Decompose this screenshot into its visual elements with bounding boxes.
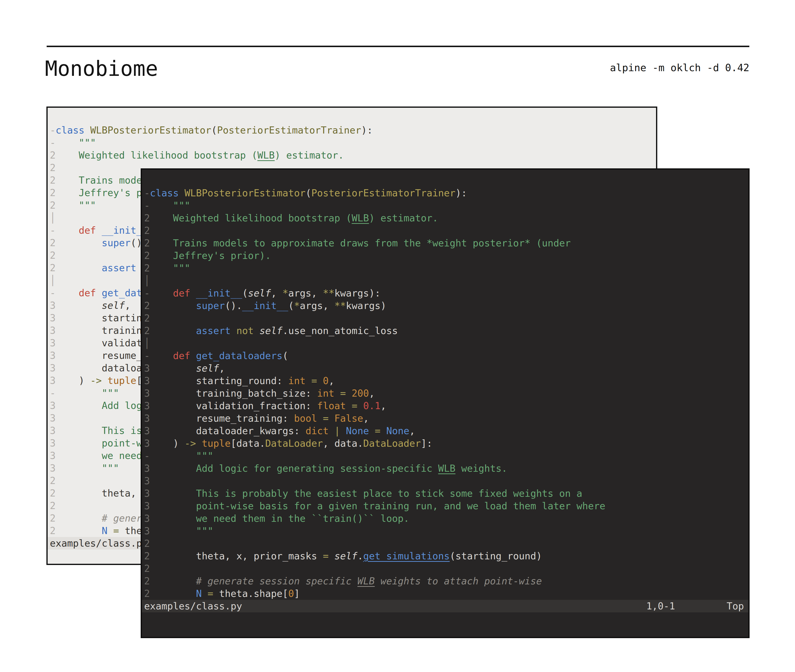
gutter-fold-marker: - [50,137,56,148]
code-line[interactable]: - """ [144,199,749,212]
code-token: weights. [455,463,507,474]
code-line[interactable]: 2 theta, x, prior_masks = self.get_simul… [144,550,749,562]
code-line[interactable]: 2 [144,537,749,550]
code-line[interactable]: -class WLBPosteriorEstimator(PosteriorEs… [50,124,656,136]
code-line[interactable]: 3 Add logic for generating session-speci… [144,462,749,475]
code-line[interactable]: 2 Weighted likelihood bootstrap (WLB) es… [50,149,656,162]
code-line[interactable]: 3 ) -> tuple[data.DataLoader, data.DataL… [144,437,749,450]
code-line[interactable]: 2 Weighted likelihood bootstrap (WLB) es… [144,212,749,224]
code-token [253,325,259,336]
code-line[interactable]: 3 we need them in the ``train()`` loop. [144,512,749,525]
gutter-fold-marker: 2 [50,513,56,524]
code-token: ( [242,288,248,299]
code-token: WLBPosteriorEstimator [90,125,211,136]
gutter-fold-marker: 2 [144,225,150,236]
code-token: = [375,426,380,437]
gutter-fold-marker: 3 [144,426,150,437]
code-token: , [381,400,386,411]
code-line[interactable]: -class WLBPosteriorEstimator(PosteriorEs… [144,187,749,199]
code-line[interactable]: 3 resume_training: bool = False, [144,412,749,425]
gutter-fold-marker: 3 [144,513,150,524]
gutter-fold-marker: 2 [144,588,150,599]
code-token: """ [56,137,96,148]
code-token: . [357,550,363,562]
code-token: args, [300,300,334,311]
code-token: get_dataloaders [196,350,282,361]
gutter-fold-marker: 3 [50,450,56,461]
statusbar-right: 1,0-1 Top [646,600,744,612]
code-token: __init__ [196,288,242,299]
code-line[interactable]: │ [144,274,749,287]
gutter-fold-marker: 2 [144,325,150,336]
code-line[interactable]: 3 point-wise basis for a given training … [144,500,749,512]
code-line[interactable]: 3 training_batch_size: int = 200, [144,387,749,400]
code-line[interactable]: - def get_dataloaders( [144,349,749,362]
gutter-fold-marker: 2 [144,213,150,224]
code-token [369,426,375,437]
code-token: def [150,288,196,299]
code-token [329,550,334,562]
code-line[interactable]: 2 Jeffrey's prior). [144,250,749,262]
code-token: DataLoader [363,438,421,449]
code-token: * [294,300,300,311]
gutter-fold-marker: 2 [50,237,56,248]
code-line[interactable]: 2 [144,224,749,237]
code-token: weights to attach point-wise [375,576,542,587]
code-line[interactable]: 3 validation_fraction: float = 0.1, [144,400,749,412]
code-line[interactable]: 2 # generate session specific WLB weight… [144,575,749,587]
code-line[interactable]: 2 super().__init__(*args, **kwargs) [144,299,749,312]
code-token [317,375,323,386]
code-token: super [196,300,224,311]
gutter-fold-marker: 3 [144,438,150,449]
code-token: = [113,525,119,536]
code-token [56,262,102,274]
code-token: PosteriorEstimatorTrainer [311,187,455,198]
gutter-fold-marker: 3 [144,475,150,486]
code-token: ( [283,350,288,361]
code-line[interactable]: 2 assert not self.use_non_atomic_loss [144,325,749,337]
gutter-fold-marker: 3 [144,488,150,499]
code-line[interactable]: - def __init__(self, *args, **kwargs): [144,287,749,299]
code-token: | [334,426,340,437]
code-area-dark[interactable]: -class WLBPosteriorEstimator(PosteriorEs… [142,170,749,600]
code-line[interactable]: 3 dataloader_kwargs: dict | None = None, [144,425,749,437]
code-line[interactable]: 2 Trains models to approximate draws fro… [144,237,749,250]
gutter-fold-marker: 3 [50,438,56,449]
code-line[interactable]: │ [144,337,749,349]
code-token: we need them in the ``train()`` loop. [150,513,409,524]
gutter-fold-marker: 2 [144,250,150,261]
gutter-fold-marker: 3 [50,425,56,436]
code-token: ): [455,187,467,198]
code-line[interactable]: 2 """ [144,262,749,274]
code-token: 0 [323,375,329,386]
code-line[interactable]: 3 """ [144,525,749,537]
code-token [346,400,352,411]
code-token: -> [184,438,196,449]
code-token: 0 [288,588,294,599]
code-line[interactable]: 2 [144,562,749,575]
code-line[interactable]: 2 N = theta.shape[0] [144,587,749,600]
code-token [102,375,107,386]
code-line[interactable]: 3 starting_round: int = 0, [144,374,749,387]
gutter-fold-marker: 2 [144,300,150,311]
gutter-fold-marker: 3 [50,462,56,474]
code-token: ] [294,588,300,599]
code-token: N [56,525,107,536]
code-line[interactable]: - """ [144,450,749,462]
code-token: Weighted likelihood bootstrap ( [150,213,352,224]
code-token: theta.shape[ [213,588,288,599]
code-line[interactable]: 2 [144,312,749,325]
gutter-fold-marker: 2 [50,488,56,499]
gutter-fold-marker: │ [144,338,150,349]
code-line[interactable]: 3 This is probably the easiest place to … [144,487,749,500]
code-token: validation_fraction: [150,400,317,411]
code-token: .use_non_atomic_loss [283,325,398,336]
code-token: -> [90,375,102,386]
code-token: point-wise basis for a given training ru… [150,501,605,512]
code-token [357,400,363,411]
code-line[interactable]: - """ [50,136,656,149]
code-token: = [311,375,317,386]
code-line[interactable]: 3 self, [144,362,749,374]
code-line[interactable]: 3 [144,475,749,487]
code-token: # generate session specific [150,576,357,587]
